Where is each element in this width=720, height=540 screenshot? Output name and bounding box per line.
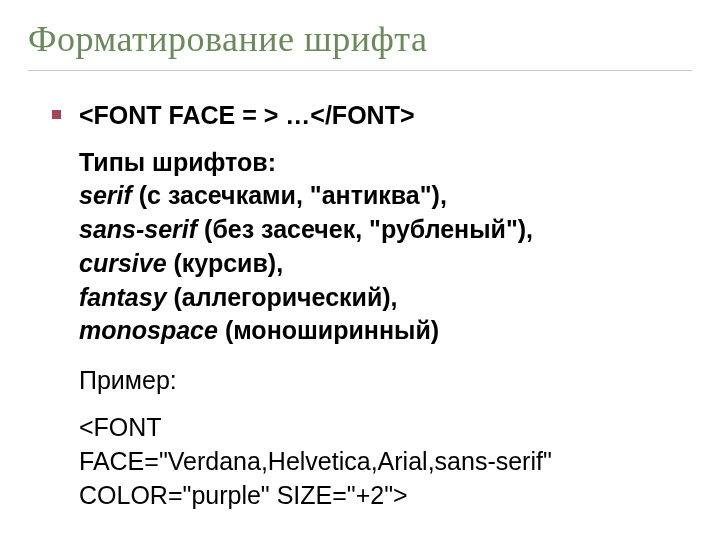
example-label: Пример: (52, 366, 692, 395)
slide-title: Форматирование шрифта (28, 18, 692, 71)
font-tag-syntax: <FONT FACE = > …</FONT> (79, 99, 415, 132)
type-name: monospace (79, 316, 218, 344)
type-monospace: monospace (моноширинный) (79, 314, 692, 348)
type-desc: (курсив), (167, 249, 284, 277)
type-name: serif (79, 181, 132, 209)
type-desc: (с засечками, "антиква"), (132, 181, 447, 209)
type-desc: (без засечек, "рубленый"), (197, 215, 533, 243)
example-line-3: COLOR="purple" SIZE="+2"> (79, 479, 692, 513)
type-sans-serif: sans-serif (без засечек, "рубленый"), (79, 213, 692, 247)
bullet-item: <FONT FACE = > …</FONT> (52, 99, 692, 132)
type-desc: (аллегорический), (167, 283, 398, 311)
type-name: fantasy (79, 283, 167, 311)
type-serif: serif (с засечками, "антиква"), (79, 179, 692, 213)
bullet-icon (52, 110, 61, 119)
code-ellipsis: … (278, 101, 310, 129)
code-close: </FONT> (310, 101, 414, 129)
slide-content: <FONT FACE = > …</FONT> Типы шрифтов: se… (28, 99, 692, 512)
slide: Форматирование шрифта <FONT FACE = > …</… (0, 0, 720, 540)
type-fantasy: fantasy (аллегорический), (79, 281, 692, 315)
type-name: sans-serif (79, 215, 197, 243)
example-line-1: <FONT (79, 411, 692, 445)
code-open: <FONT FACE = > (79, 101, 278, 129)
type-desc: (моноширинный) (218, 316, 439, 344)
type-cursive: cursive (курсив), (79, 247, 692, 281)
types-label: Типы шрифтов: (79, 146, 692, 180)
example-line-2: FACE="Verdana,Helvetica,Arial,sans-serif… (79, 445, 692, 479)
example-code-block: <FONT FACE="Verdana,Helvetica,Arial,sans… (52, 411, 692, 512)
font-types-block: Типы шрифтов: serif (с засечками, "антик… (52, 146, 692, 349)
type-name: cursive (79, 249, 167, 277)
